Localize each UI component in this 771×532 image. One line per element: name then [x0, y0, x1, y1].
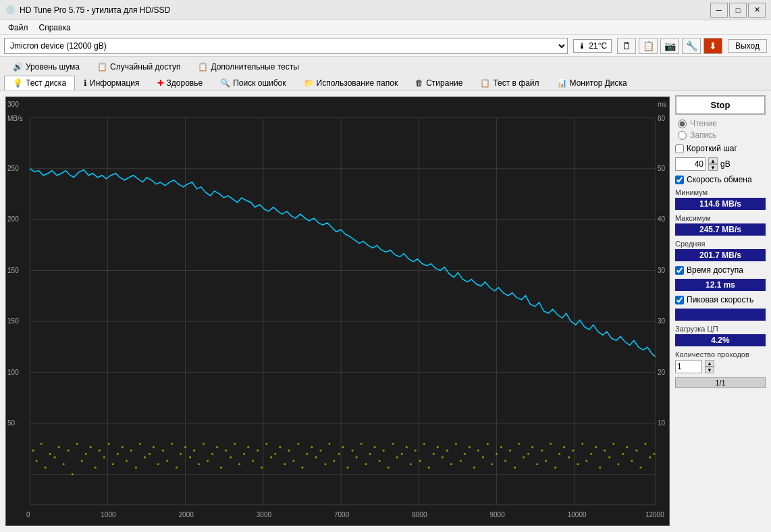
svg-point-169 [595, 446, 597, 448]
read-radio[interactable] [678, 119, 687, 128]
svg-text:30: 30 [658, 317, 666, 325]
step-down-btn[interactable]: ▼ [708, 164, 718, 171]
svg-point-128 [410, 463, 412, 465]
maximize-button[interactable]: □ [729, 3, 747, 18]
step-up-btn[interactable]: ▲ [708, 157, 718, 164]
svg-point-123 [388, 467, 390, 469]
icon-btn-1[interactable]: 🗒 [617, 38, 636, 54]
svg-point-137 [450, 463, 452, 465]
stop-button[interactable]: Stop [675, 95, 766, 115]
read-radio-label[interactable]: Чтение [678, 119, 766, 128]
icon-btn-3[interactable]: 📷 [660, 38, 679, 54]
svg-point-48 [49, 453, 51, 455]
access-time-row[interactable]: Время доступа [675, 265, 766, 275]
tab-erase[interactable]: 🗑 Стирание [406, 76, 471, 90]
transfer-rate-checkbox[interactable] [675, 176, 684, 184]
svg-point-50 [58, 446, 60, 448]
svg-point-68 [139, 443, 141, 445]
svg-point-149 [504, 460, 506, 462]
tab-random[interactable]: 📋 Случайный доступ [88, 59, 189, 74]
svg-point-140 [464, 453, 466, 455]
avg-value: 201.7 MB/s [675, 249, 766, 261]
icon-btn-5[interactable]: ⬇ [703, 38, 722, 54]
icon-btn-4[interactable]: 🔧 [682, 38, 701, 54]
svg-text:7000: 7000 [334, 511, 350, 518]
menu-file[interactable]: Файл [3, 22, 34, 34]
tab-errors[interactable]: 🔍 Поиск ошибок [211, 76, 294, 90]
short-step-row[interactable]: Короткий шаг [675, 144, 766, 153]
svg-point-139 [460, 460, 462, 462]
cpu-value: 4.2% [675, 334, 766, 346]
errors-icon: 🔍 [220, 78, 230, 88]
svg-point-136 [446, 450, 448, 452]
svg-point-78 [184, 446, 186, 448]
svg-text:3000: 3000 [257, 511, 272, 518]
svg-point-126 [401, 453, 403, 455]
svg-point-74 [166, 460, 168, 462]
svg-text:50: 50 [658, 165, 666, 172]
svg-point-122 [383, 450, 385, 452]
svg-point-55 [81, 460, 83, 462]
svg-point-177 [631, 460, 633, 462]
erase-label: Стирание [426, 78, 462, 88]
short-step-checkbox[interactable] [675, 144, 684, 153]
noise-icon: 🔊 [13, 62, 23, 72]
close-button[interactable]: ✕ [748, 3, 766, 18]
svg-point-82 [203, 443, 205, 445]
menu-help[interactable]: Справка [34, 22, 76, 34]
svg-point-54 [76, 443, 78, 445]
passes-input[interactable] [675, 360, 702, 373]
peak-speed-label: Пиковая скорость [687, 295, 753, 304]
tab-monitor[interactable]: 📊 Монитор Диска [548, 76, 636, 90]
exit-button[interactable]: Выход [728, 39, 767, 53]
device-bar: Jmicron device (12000 gB) 🌡 21°C 🗒 📋 📷 🔧… [0, 35, 771, 57]
svg-point-75 [171, 443, 173, 445]
tab-extra[interactable]: 📋 Дополнительные тесты [189, 59, 307, 74]
monitor-label: Монитор Диска [570, 78, 627, 88]
toolbar-row1: 🔊 Уровень шума 📋 Случайный доступ 📋 Допо… [4, 59, 767, 74]
svg-point-97 [270, 456, 272, 458]
passes-down-btn[interactable]: ▼ [705, 367, 714, 373]
svg-point-86 [220, 467, 222, 469]
transfer-rate-row[interactable]: Скорость обмена [675, 175, 766, 184]
svg-point-132 [428, 467, 430, 469]
step-input[interactable] [675, 157, 706, 171]
svg-text:150: 150 [7, 267, 19, 274]
write-radio-label[interactable]: Запись [678, 130, 766, 140]
svg-point-112 [338, 453, 340, 455]
tab-folders[interactable]: 📁 Использование папок [295, 76, 407, 90]
svg-point-113 [342, 446, 344, 448]
access-time-checkbox[interactable] [675, 266, 684, 275]
svg-point-115 [352, 450, 354, 452]
app-icon: 💿 [5, 5, 16, 15]
peak-speed-checkbox[interactable] [675, 296, 684, 304]
write-radio[interactable] [678, 131, 687, 140]
tab-health[interactable]: ✚ Здоровье [149, 76, 212, 90]
max-value: 245.7 MB/s [675, 223, 766, 236]
svg-point-94 [257, 450, 259, 452]
svg-point-84 [211, 453, 213, 455]
svg-point-176 [626, 446, 628, 448]
svg-point-116 [356, 456, 358, 458]
max-stat: Максимум 245.7 MB/s [675, 214, 766, 236]
svg-point-175 [622, 453, 624, 455]
svg-point-146 [491, 463, 493, 465]
svg-text:1000: 1000 [101, 511, 116, 518]
minimize-button[interactable]: ─ [710, 3, 728, 18]
svg-point-141 [469, 446, 471, 448]
tab-disktest[interactable]: 💡 Тест диска [4, 76, 75, 90]
svg-point-167 [585, 460, 587, 462]
device-selector[interactable]: Jmicron device (12000 gB) [4, 38, 568, 54]
tab-info[interactable]: ℹ Информация [75, 76, 148, 90]
min-stat: Минимум 114.6 MB/s [675, 188, 766, 210]
tab-filetest[interactable]: 📋 Тест в файл [471, 76, 548, 90]
tab-noise[interactable]: 🔊 Уровень шума [4, 59, 88, 74]
toolbar-row2: 💡 Тест диска ℹ Информация ✚ Здоровье 🔍 П… [4, 76, 767, 90]
passes-up-btn[interactable]: ▲ [705, 360, 714, 367]
svg-point-46 [41, 443, 43, 445]
peak-speed-row[interactable]: Пиковая скорость [675, 295, 766, 304]
svg-point-155 [531, 446, 533, 448]
svg-point-66 [130, 450, 132, 452]
avg-stat: Средняя 201.7 MB/s [675, 240, 766, 261]
icon-btn-2[interactable]: 📋 [639, 38, 658, 54]
